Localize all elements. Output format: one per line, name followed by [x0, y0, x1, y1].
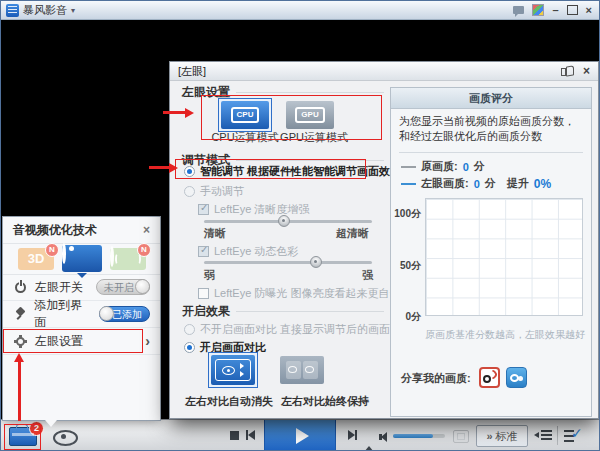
- volume-icon[interactable]: [379, 432, 387, 442]
- section-effect: 开启效果: [182, 303, 384, 320]
- tab-3d[interactable]: 3D N: [18, 248, 54, 270]
- quality-score-panel: 画质评分 为您显示当前视频的原始画质分数，和经过左眼优化后的画质分数 原画质: …: [390, 87, 592, 417]
- toggle-state-label: 未开启: [104, 281, 134, 295]
- compare-keep-button[interactable]: [280, 356, 324, 384]
- media-manager-button[interactable]: ✓: [564, 428, 584, 443]
- share-label: 分享我的画质:: [401, 371, 471, 386]
- lefteye-quality-value: 0: [474, 178, 480, 190]
- radio-manual-adjust: 手动调节: [184, 184, 244, 199]
- volume-fill: [393, 434, 433, 438]
- tab-audio[interactable]: N: [110, 248, 146, 270]
- pin-icon: [14, 308, 26, 321]
- power-icon: [15, 282, 26, 293]
- improve-value: 0%: [534, 177, 551, 191]
- tab-3d-label: 3D: [28, 251, 45, 266]
- original-quality-label: 原画质:: [421, 159, 458, 174]
- radio-icon: [184, 342, 195, 353]
- play-button[interactable]: [264, 420, 336, 451]
- checkbox-anti-exposure: LeftEye 防曝光 图像亮度看起来更自然: [198, 286, 400, 301]
- slider-knob: [310, 256, 322, 268]
- section-title: 开启效果: [182, 303, 230, 320]
- standard-mode-button[interactable]: » 标准: [476, 425, 528, 447]
- eye-icon: [303, 361, 318, 379]
- chart-footnote: 原画质基准分数越高，左眼效果越好: [399, 328, 585, 342]
- legend-line-original: [401, 166, 416, 168]
- play-icon: [296, 428, 309, 444]
- panel-pointer-notch: [45, 420, 57, 427]
- optimization-tabs: 3D N N: [3, 243, 160, 275]
- tencent-share-icon[interactable]: [506, 367, 527, 388]
- previous-button[interactable]: [246, 430, 255, 440]
- stop-button[interactable]: [230, 431, 239, 440]
- dialog-title: [左眼]: [178, 64, 206, 79]
- add-to-ui-toggle[interactable]: 已添加: [99, 306, 150, 322]
- compare-auto-hide-label: 左右对比自动消失: [176, 394, 282, 409]
- skin-theme-icon[interactable]: [532, 4, 544, 16]
- maximize-button[interactable]: [567, 5, 578, 15]
- compare-auto-hide-button[interactable]: [208, 352, 258, 388]
- radio-no-compare[interactable]: 不开启画面对比 直接显示调节后的画面: [184, 322, 390, 337]
- volume-slider[interactable]: [393, 434, 445, 438]
- lefteye-quality-label: 左眼画质:: [421, 176, 469, 191]
- compare-auto-hide-tile: [211, 355, 255, 385]
- annotation-box-cpu-gpu: [201, 95, 382, 140]
- lefteye-switch-toggle[interactable]: 未开启: [96, 279, 150, 295]
- arrows-icon: [240, 363, 244, 377]
- app-title[interactable]: 暴风影音: [23, 3, 67, 18]
- manual-adjust-label: 手动调节: [200, 184, 244, 199]
- legend-line-lefteye: [401, 183, 416, 185]
- dialog-close-button[interactable]: ×: [583, 64, 590, 78]
- legend-original: 原画质: 0 分: [401, 159, 485, 174]
- weibo-share-icon[interactable]: [479, 367, 500, 388]
- unit-label: 分: [485, 176, 496, 191]
- annotation-box-smart-adjust: [175, 159, 366, 179]
- no-compare-label: 不开启画面对比 直接显示调节后的画面: [200, 322, 390, 337]
- divider: [399, 152, 583, 153]
- message-icon[interactable]: [513, 6, 524, 14]
- fullscreen-button[interactable]: [453, 430, 469, 443]
- strength-max-label: 强: [362, 268, 373, 283]
- radio-icon: [184, 324, 195, 335]
- quality-score-description: 为您显示当前视频的原始画质分数，和经过左眼优化后的画质分数: [399, 114, 583, 145]
- eye-icon: [286, 361, 301, 379]
- close-button[interactable]: ×: [586, 5, 592, 16]
- axis-tick-100: 100分: [391, 207, 421, 221]
- unit-label: 分: [474, 159, 485, 174]
- playlist-button[interactable]: [534, 430, 552, 440]
- lefteye-switch-label: 左眼开关: [35, 279, 83, 296]
- panel-close-icon[interactable]: ×: [143, 223, 150, 237]
- toggle-knob: [135, 279, 150, 294]
- checkbox-icon: ✓: [198, 204, 209, 215]
- anti-exposure-label: LeftEye 防曝光 图像亮度看起来更自然: [214, 286, 400, 301]
- annotation-arrowhead: [169, 163, 178, 173]
- annotation-arrowhead: [14, 353, 24, 362]
- checkbox-icon: [198, 288, 209, 299]
- standard-mode-label: 标准: [496, 429, 518, 444]
- optimization-panel: 音视频优化技术 × 3D N N 左眼开关 未开启: [2, 216, 161, 421]
- sidebar-item-add-to-ui[interactable]: 添加到界面 已添加: [3, 301, 160, 328]
- sharpness-slider: [204, 220, 372, 223]
- lefteye-toolbar-icon[interactable]: [53, 430, 78, 446]
- new-badge: N: [45, 243, 59, 257]
- headphones-icon: [110, 246, 114, 267]
- next-button[interactable]: [348, 430, 357, 440]
- chevron-right-icon: ›: [145, 334, 150, 348]
- strength-min-label: 弱: [204, 268, 215, 283]
- annotation-box-lefteye-settings: [3, 329, 143, 353]
- eject-button[interactable]: [364, 429, 374, 447]
- chevron-down-icon[interactable]: ▾: [71, 6, 75, 15]
- new-badge: N: [137, 243, 151, 257]
- axis-tick-0: 0分: [391, 310, 421, 324]
- check-icon: ✓: [571, 425, 583, 441]
- tab-lefteye[interactable]: [62, 245, 102, 272]
- minimize-button[interactable]: –: [552, 5, 558, 16]
- annotation-arrow-smart: [149, 166, 169, 169]
- strength-slider: [204, 261, 372, 264]
- thumbs-up-icon[interactable]: [561, 65, 574, 77]
- annotation-arrow-cpu: [163, 111, 185, 114]
- optimization-panel-title: 音视频优化技术: [13, 222, 97, 239]
- dialog-titlebar: [左眼] ×: [170, 62, 598, 81]
- dynamic-color-label: LeftEye 动态色彩: [214, 244, 298, 259]
- app-window: 暴风影音 ▾ – × 音视频优化技术 × 3D N: [0, 0, 600, 451]
- compare-keep-label: 左右对比始终保持: [270, 394, 380, 409]
